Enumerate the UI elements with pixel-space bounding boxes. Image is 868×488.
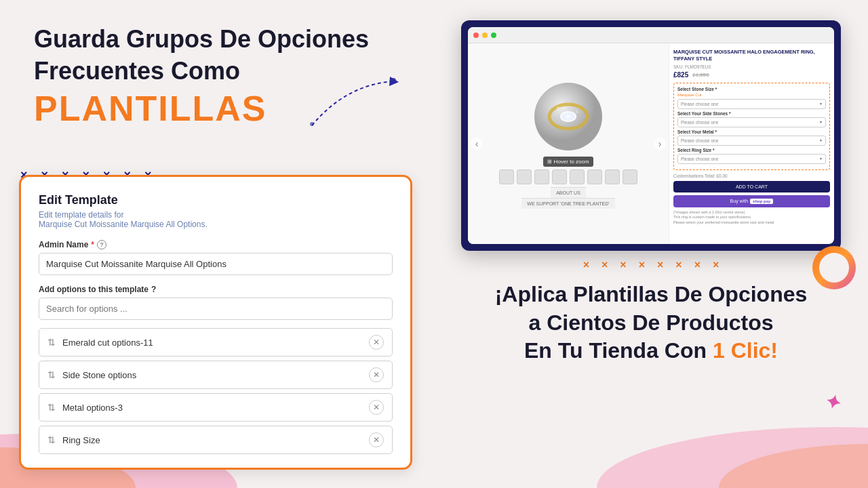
- required-marker: *: [91, 240, 94, 249]
- product-title: MARQUISE CUT MOISSANITE HALO ENGAGEMENT …: [673, 49, 830, 62]
- price-current: £825: [673, 71, 688, 79]
- option-label-4: Select Ring Size *: [677, 148, 826, 152]
- thumbnail-4[interactable]: [552, 169, 567, 184]
- thumbnail-1[interactable]: [499, 169, 514, 184]
- x-mark-orange: ×: [601, 259, 608, 271]
- x-mark-orange: ×: [620, 259, 626, 271]
- nav-dot-yellow: [482, 33, 488, 38]
- shop-pay-logo: shop pay: [750, 199, 773, 204]
- remove-button-2[interactable]: ✕: [369, 367, 384, 382]
- template-card: Edit Template Edit template details for …: [19, 175, 412, 470]
- metal-placeholder: Please choose one: [681, 138, 718, 143]
- option-name-2: Side Stone options: [62, 370, 136, 380]
- headline-line1: Guarda Grupos De Opciones: [34, 24, 369, 54]
- stone-size-select[interactable]: Please choose one ▼: [677, 99, 826, 109]
- ring-size-select[interactable]: Please choose one ▼: [677, 154, 826, 164]
- svg-point-5: [391, 78, 396, 83]
- next-arrow[interactable]: ›: [654, 138, 666, 150]
- option-item-3: ⇅ Metal options-3 ✕: [39, 393, 393, 422]
- about-us-bar: ABOUT US: [551, 187, 586, 198]
- svg-point-15: [819, 253, 849, 283]
- option-name-1: Emerald cut options-11: [62, 338, 153, 348]
- admin-name-input[interactable]: [39, 253, 393, 275]
- chevron-down-icon: ▼: [819, 138, 823, 142]
- thumbnail-row: [499, 167, 637, 187]
- option-name-4: Ring Size: [62, 435, 100, 445]
- nav-dot-red: [473, 33, 479, 38]
- option-sublabel-1: Marquise Cut: [677, 93, 826, 97]
- drag-handle-icon[interactable]: ⇅: [47, 402, 56, 413]
- bottom-tagline: ¡Aplica Plantillas De Opciones a Cientos…: [495, 281, 808, 365]
- drag-handle-icon[interactable]: ⇅: [47, 434, 56, 445]
- headline-plantillas: PLANTILLAS: [34, 88, 267, 129]
- aplica-line2: a Cientos De Productos: [495, 309, 808, 338]
- chevron-down-icon: ▼: [819, 120, 823, 124]
- browser-inner: ‹ ›: [468, 27, 834, 244]
- admin-name-label: Admin Name * ?: [39, 240, 393, 249]
- thumbnail-8[interactable]: [623, 169, 637, 184]
- help-icon[interactable]: ?: [97, 240, 106, 249]
- thumbnail-2[interactable]: [517, 169, 532, 184]
- help-icon-2[interactable]: ?: [151, 285, 156, 294]
- dotted-arrow: [305, 71, 407, 132]
- remove-button-3[interactable]: ✕: [369, 400, 384, 415]
- option-label-3: Select Your Metal *: [677, 129, 826, 134]
- add-options-label: Add options to this template ?: [39, 285, 393, 294]
- disclaimer-1: (*Images shown with a 1.00ct centre ston…: [673, 210, 830, 216]
- card-subtitle: Edit template details for Marquise Cut M…: [39, 210, 393, 229]
- browser-nav-bar: [468, 27, 834, 43]
- thumbnail-5[interactable]: [570, 169, 585, 184]
- svg-point-12: [557, 106, 559, 109]
- option-label-2: Select Your Side Stones *: [677, 111, 826, 116]
- product-area: ‹ ›: [468, 43, 834, 244]
- thumbnail-3[interactable]: [534, 169, 549, 184]
- price-row: £825 £1,650: [673, 71, 830, 79]
- product-image-section: ‹ ›: [468, 43, 669, 244]
- color-circle: [810, 244, 858, 294]
- sparkle-icon: ✦: [823, 390, 844, 415]
- chevron-down-icon: ▼: [819, 157, 823, 161]
- options-group-container: Select Stone Size * Marquise Cut Please …: [673, 83, 830, 170]
- card-title: Edit Template: [39, 193, 393, 207]
- prev-arrow[interactable]: ‹: [471, 138, 483, 150]
- options-list: ⇅ Emerald cut options-11 ✕ ⇅ Side Stone …: [39, 328, 393, 454]
- svg-point-13: [576, 110, 578, 113]
- nav-dot-green: [491, 33, 496, 38]
- buy-with-shopify-button[interactable]: Buy with shop pay: [673, 195, 830, 207]
- option-item-2: ⇅ Side Stone options ✕: [39, 361, 393, 389]
- x-mark-orange: ×: [675, 259, 682, 271]
- x-mark-orange: ×: [583, 259, 589, 271]
- nav-arrows: ‹ ›: [468, 138, 669, 150]
- option-name-3: Metal options-3: [62, 403, 123, 413]
- remove-button-1[interactable]: ✕: [369, 335, 384, 350]
- add-to-cart-button[interactable]: ADD TO CART: [673, 181, 830, 192]
- product-sku: SKU: FLMO97EUS: [673, 64, 830, 69]
- drag-handle-icon[interactable]: ⇅: [47, 369, 56, 380]
- x-mark-orange: ×: [639, 259, 645, 271]
- headline-line2: Frecuentes Como: [34, 56, 240, 85]
- thumbnail-6[interactable]: [587, 169, 602, 184]
- disclaimer-3: Please select your preferred moissanite …: [673, 220, 830, 226]
- price-original: £1,650: [692, 72, 709, 78]
- thumbnail-7[interactable]: [605, 169, 620, 184]
- product-details-section: MARQUISE CUT MOISSANITE HALO ENGAGEMENT …: [669, 43, 834, 244]
- x-mark-orange: ×: [694, 259, 701, 271]
- x-mark-orange: ×: [657, 259, 663, 271]
- chevron-down-icon: ▼: [819, 102, 823, 106]
- aplica-line1: ¡Aplica Plantillas De Opciones: [495, 281, 808, 309]
- aplica-line3: En Tu Tienda Con 1 Clic!: [495, 337, 808, 365]
- preview-button[interactable]: ⊞ Hover to zoom: [543, 157, 593, 167]
- option-label-1: Select Stone Size *: [677, 87, 826, 92]
- tree-planted-bar: WE SUPPORT 'ONE TREE PLANTED': [521, 198, 614, 209]
- search-options-input[interactable]: [39, 298, 393, 320]
- option-item-1: ⇅ Emerald cut options-11 ✕: [39, 328, 393, 357]
- metal-select[interactable]: Please choose one ▼: [677, 136, 826, 146]
- stone-size-placeholder: Please choose one: [681, 102, 718, 106]
- svg-point-6: [310, 122, 314, 126]
- side-stones-select[interactable]: Please choose one ▼: [677, 117, 826, 127]
- remove-button-4[interactable]: ✕: [369, 432, 384, 447]
- disclaimer-2: This ring is custom made to your specifi…: [673, 215, 830, 220]
- x-mark-orange: ×: [713, 259, 719, 271]
- svg-point-11: [566, 115, 570, 119]
- drag-handle-icon[interactable]: ⇅: [47, 337, 56, 348]
